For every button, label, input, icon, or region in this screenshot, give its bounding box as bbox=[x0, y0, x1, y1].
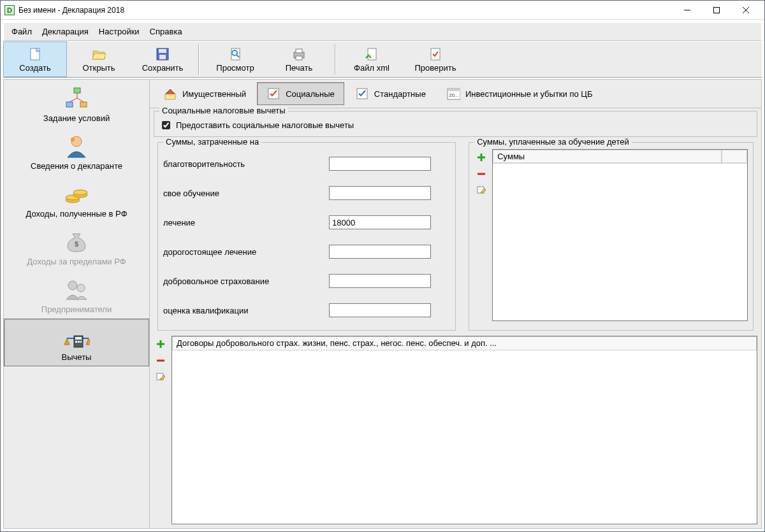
deduction-tabs: Имущественный Социальные Стандартные bbox=[150, 80, 761, 108]
svg-point-29 bbox=[73, 190, 87, 195]
maximize-icon bbox=[713, 7, 720, 13]
tab-social[interactable]: Социальные bbox=[257, 82, 344, 105]
edit-icon bbox=[156, 372, 166, 382]
plus-icon bbox=[476, 152, 486, 162]
contracts-list[interactable]: Договоры добровольного страх. жизни, пен… bbox=[171, 336, 757, 524]
toolbar-print-button[interactable]: Печать bbox=[267, 41, 331, 77]
close-icon bbox=[743, 7, 749, 13]
add-button[interactable] bbox=[476, 152, 487, 163]
toolbar-preview-button[interactable]: Просмотр bbox=[203, 41, 267, 77]
tab-label: Стандартные bbox=[374, 89, 426, 99]
body: Задание условий Сведения о декларанте До… bbox=[3, 79, 762, 529]
toolbar-create-button[interactable]: Создать bbox=[3, 41, 67, 77]
field-label: лечение bbox=[163, 218, 329, 227]
children-edu-list[interactable]: Суммы bbox=[492, 149, 748, 321]
field-treatment: лечение bbox=[163, 208, 450, 237]
app-window: D Без имени - Декларация 2018 Файл Декла… bbox=[0, 0, 765, 532]
save-icon bbox=[155, 47, 170, 62]
sidebar-item-label: Доходы за пределами РФ bbox=[27, 257, 126, 266]
house-icon bbox=[163, 87, 177, 101]
checklist-blue-icon bbox=[355, 87, 369, 101]
tab-label: Имущественный bbox=[182, 89, 246, 99]
field-voluntary-insurance: добровольное страхование bbox=[163, 266, 450, 296]
svg-text:$: $ bbox=[75, 240, 78, 248]
toolbar-filexml-button[interactable]: Файл xml bbox=[340, 41, 404, 77]
group-children-edu: Суммы, уплаченные за обучение детей bbox=[469, 142, 754, 331]
svg-rect-1 bbox=[714, 7, 720, 13]
input-qualification[interactable] bbox=[329, 303, 431, 317]
sidebar-item-label: Задание условий bbox=[43, 113, 110, 123]
maximize-button[interactable] bbox=[702, 1, 731, 20]
menu-declaration[interactable]: Декларация bbox=[38, 25, 92, 38]
children-toolbar bbox=[474, 149, 488, 321]
svg-rect-36 bbox=[75, 341, 77, 343]
close-button[interactable] bbox=[731, 1, 761, 20]
svg-rect-13 bbox=[296, 49, 302, 53]
field-label: свое обучение bbox=[163, 189, 329, 198]
group-legend: Суммы, затраченные на bbox=[163, 137, 261, 147]
toolbar-check-button[interactable]: Проверить bbox=[404, 41, 467, 77]
sidebar-item-deductions[interactable]: Вычеты bbox=[4, 319, 149, 366]
menu-file[interactable]: Файл bbox=[8, 25, 36, 38]
checklist-icon bbox=[266, 87, 280, 101]
field-label: дорогостоящее лечение bbox=[163, 247, 329, 257]
column-sums[interactable]: Суммы bbox=[493, 150, 722, 163]
menu-help[interactable]: Справка bbox=[146, 25, 186, 38]
minimize-button[interactable] bbox=[673, 1, 702, 20]
input-voluntary-insurance[interactable] bbox=[329, 274, 431, 288]
svg-rect-16 bbox=[369, 54, 371, 56]
main: Имущественный Социальные Стандартные bbox=[150, 79, 762, 529]
field-label: благотворительность bbox=[163, 159, 329, 169]
svg-line-23 bbox=[77, 98, 84, 102]
remove-button[interactable] bbox=[155, 355, 166, 366]
flowchart-icon bbox=[63, 85, 90, 111]
edit-button[interactable] bbox=[155, 371, 166, 383]
contracts-toolbar bbox=[154, 336, 168, 524]
sidebar-item-income-rf[interactable]: Доходы, полученные в РФ bbox=[4, 175, 149, 223]
toolbar-save-label: Сохранить bbox=[142, 63, 184, 73]
money-bag-icon: $ bbox=[63, 229, 90, 254]
group-legend: Социальные налоговые вычеты bbox=[159, 106, 288, 115]
tab-label: Инвестиционные и убытки по ЦБ bbox=[465, 89, 593, 99]
tab-content-social: Социальные налоговые вычеты Предоставить… bbox=[150, 108, 761, 528]
folder-open-icon bbox=[91, 47, 106, 62]
sidebar-item-conditions[interactable]: Задание условий bbox=[4, 80, 149, 127]
coins-icon bbox=[63, 181, 90, 206]
group-legend: Суммы, уплаченные за обучение детей bbox=[474, 137, 631, 147]
input-treatment[interactable] bbox=[329, 215, 431, 229]
edit-icon bbox=[476, 185, 486, 196]
edit-button[interactable] bbox=[476, 185, 487, 196]
field-own-edu: свое обучение bbox=[163, 178, 450, 208]
minimize-icon bbox=[684, 7, 690, 13]
list-header: Суммы bbox=[493, 150, 747, 164]
provide-social-label: Предоставить социальные налоговые вычеты bbox=[176, 120, 354, 130]
menu-settings[interactable]: Настройки bbox=[95, 25, 143, 38]
toolbar-open-button[interactable]: Открыть bbox=[67, 41, 131, 77]
xml-file-icon bbox=[364, 47, 379, 62]
sidebar-item-declarant[interactable]: Сведения о декларанте bbox=[4, 127, 149, 175]
contracts-column-header[interactable]: Договоры добровольного страх. жизни, пен… bbox=[172, 336, 757, 350]
input-expensive-treatment[interactable] bbox=[329, 245, 431, 259]
toolbar-save-button[interactable]: Сохранить bbox=[131, 41, 194, 77]
toolbar: Создать Открыть Сохранить Просмотр Печа bbox=[3, 41, 762, 78]
sidebar: Задание условий Сведения о декларанте До… bbox=[3, 79, 150, 529]
plus-icon bbox=[156, 339, 166, 349]
input-own-edu[interactable] bbox=[329, 186, 431, 200]
sidebar-item-label: Доходы, полученные в РФ bbox=[26, 209, 127, 219]
provide-social-checkbox[interactable] bbox=[162, 121, 170, 129]
contracts-area: Договоры добровольного страх. жизни, пен… bbox=[154, 336, 757, 524]
minus-icon bbox=[476, 169, 486, 179]
field-label: оценка квалификации bbox=[163, 306, 329, 315]
remove-button[interactable] bbox=[476, 168, 487, 180]
printer-icon bbox=[291, 47, 307, 62]
svg-rect-15 bbox=[368, 48, 376, 60]
field-charity: благотворительность bbox=[163, 149, 450, 178]
tab-property[interactable]: Имущественный bbox=[154, 82, 256, 105]
person-icon bbox=[63, 133, 90, 159]
check-page-icon bbox=[428, 47, 443, 62]
tab-standard[interactable]: Стандартные bbox=[346, 82, 435, 105]
calendar-icon: 20... bbox=[446, 87, 460, 101]
tab-invest[interactable]: 20... Инвестиционные и убытки по ЦБ bbox=[437, 82, 602, 105]
input-charity[interactable] bbox=[329, 157, 431, 171]
add-button[interactable] bbox=[155, 338, 166, 350]
